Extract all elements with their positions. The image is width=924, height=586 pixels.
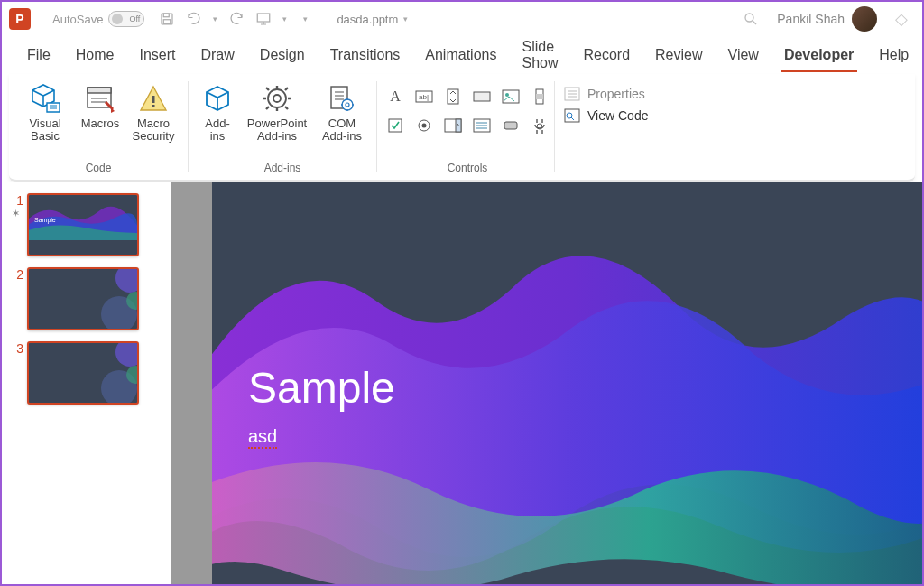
view-code-label: View Code [587, 108, 648, 123]
thumbnail-3[interactable] [27, 341, 139, 405]
svg-point-12 [273, 95, 281, 102]
macro-security-button[interactable]: Macro Security [128, 79, 179, 147]
slide-subtitle[interactable]: asd [248, 426, 277, 449]
powerpoint-addins-label: PowerPoint Add-ins [247, 117, 307, 144]
undo-dropdown-icon[interactable]: ▾ [213, 14, 217, 23]
com-addins-icon [324, 83, 360, 114]
app-logo: P [9, 8, 31, 30]
undo-icon[interactable] [186, 11, 202, 27]
tab-design[interactable]: Design [247, 42, 318, 69]
listbox-control-icon[interactable] [471, 115, 493, 136]
svg-point-35 [116, 269, 137, 293]
controls-grid: A ab| [383, 79, 551, 137]
slideshow-dropdown-icon[interactable]: ▾ [282, 14, 287, 23]
svg-rect-3 [258, 14, 271, 22]
scrollbar-control-icon[interactable] [529, 86, 550, 107]
toggle-button-icon[interactable] [500, 115, 522, 136]
svg-rect-20 [503, 90, 519, 103]
textbox-control-icon[interactable]: ab| [413, 86, 435, 107]
thumbnail-number: 2 [13, 267, 23, 282]
macros-label: Macros [81, 117, 120, 130]
autosave-toggle[interactable]: AutoSave Off [52, 11, 144, 27]
redo-icon[interactable] [228, 11, 245, 27]
spin-control-icon[interactable] [442, 86, 464, 107]
svg-rect-2 [164, 20, 171, 24]
slide[interactable]: Sample asd [212, 182, 922, 584]
group-addins: Add- ins PowerPoint Add-ins COM Add-ins … [189, 74, 376, 180]
properties-button: Properties [564, 87, 648, 101]
filename-dropdown-icon[interactable]: ▾ [403, 14, 408, 23]
properties-icon [564, 87, 580, 101]
tab-record[interactable]: Record [570, 42, 642, 69]
tab-animations[interactable]: Animations [412, 42, 509, 69]
avatar[interactable] [852, 6, 877, 32]
slide-title[interactable]: Sample [248, 363, 395, 413]
svg-point-21 [505, 93, 509, 97]
tab-file[interactable]: File [14, 42, 63, 69]
visual-basic-button[interactable]: Visual Basic [18, 79, 72, 147]
addins-button[interactable]: Add- ins [198, 79, 237, 147]
svg-rect-1 [164, 14, 170, 17]
svg-point-11 [268, 89, 286, 107]
tab-review[interactable]: Review [642, 42, 715, 69]
tab-developer[interactable]: Developer [772, 42, 866, 69]
thumbnail-2[interactable] [27, 267, 139, 330]
gear-icon [259, 83, 295, 114]
ribbon-content: Visual Basic Macros Macro Security Code … [9, 74, 915, 182]
titlebar: P AutoSave Off ▾ ▾ ▾ dasda.pptm ▾ Pankil… [2, 2, 922, 36]
label-control-icon[interactable]: A [384, 86, 406, 107]
image-control-icon[interactable] [500, 86, 522, 107]
svg-rect-9 [152, 96, 155, 103]
com-addins-button[interactable]: COM Add-ins [317, 79, 367, 147]
visual-basic-icon [27, 83, 63, 114]
main-area: 1 ✶ Sample 2 3 [2, 182, 922, 584]
qat-customize-icon[interactable]: ▾ [303, 14, 308, 23]
view-code-button[interactable]: View Code [564, 108, 648, 123]
tab-insert[interactable]: Insert [126, 42, 188, 69]
tab-draw[interactable]: Draw [188, 42, 246, 69]
username-label[interactable]: Pankil Shah [777, 12, 845, 26]
svg-rect-10 [152, 105, 155, 107]
thumbnail-row-1[interactable]: 1 ✶ Sample [2, 190, 171, 264]
filename-label[interactable]: dasda.pptm [337, 13, 398, 26]
tab-transitions[interactable]: Transitions [318, 42, 413, 69]
thumbnail-panel: 1 ✶ Sample 2 3 [2, 182, 171, 584]
svg-rect-24 [389, 119, 402, 132]
combobox-control-icon[interactable] [442, 115, 464, 136]
slide-canvas[interactable]: Sample asd [171, 182, 922, 584]
svg-rect-30 [504, 122, 517, 129]
group-code-label: Code [86, 162, 112, 176]
macro-security-label: Macro Security [133, 117, 175, 144]
diamond-icon[interactable]: ◇ [895, 9, 908, 29]
visual-basic-label: Visual Basic [29, 117, 60, 144]
macro-security-icon [135, 83, 171, 114]
view-code-icon [564, 108, 580, 123]
svg-rect-6 [88, 88, 111, 93]
checkbox-control-icon[interactable] [384, 115, 406, 136]
tab-help[interactable]: Help [866, 42, 921, 69]
thumbnail-row-2[interactable]: 2 [2, 264, 171, 338]
svg-point-14 [342, 99, 353, 110]
com-addins-label: COM Add-ins [322, 117, 362, 144]
tab-view[interactable]: View [716, 42, 772, 69]
macros-button[interactable]: Macros [78, 79, 123, 147]
save-icon[interactable] [159, 11, 175, 27]
tab-home[interactable]: Home [63, 42, 127, 69]
svg-point-4 [745, 14, 753, 22]
group-properties: Properties View Code [555, 74, 681, 180]
svg-rect-23 [536, 94, 543, 99]
toggle-switch[interactable]: Off [108, 11, 144, 27]
command-button-icon[interactable] [471, 86, 493, 107]
thumbnail-row-3[interactable]: 3 [2, 338, 171, 412]
slideshow-start-icon[interactable] [255, 11, 272, 27]
thumbnail-1[interactable]: Sample [27, 193, 139, 256]
group-controls-label: Controls [448, 162, 488, 176]
svg-text:ab|: ab| [419, 93, 429, 101]
option-button-icon[interactable] [413, 115, 435, 136]
powerpoint-addins-button[interactable]: PowerPoint Add-ins [243, 79, 311, 147]
more-controls-icon[interactable] [529, 115, 550, 136]
quick-access-toolbar: ▾ ▾ ▾ [159, 11, 308, 27]
search-icon[interactable] [743, 11, 759, 27]
tab-slideshow[interactable]: Slide Show [509, 33, 570, 77]
ribbon-tabs: File Home Insert Draw Design Transitions… [2, 36, 922, 74]
